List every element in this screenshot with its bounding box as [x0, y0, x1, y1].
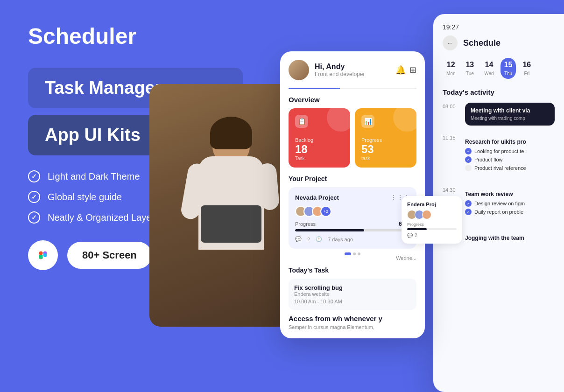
project-footer: 💬 2 🕐 7 days ago [295, 236, 410, 242]
backlog-icon: 📋 [295, 115, 308, 128]
today-task-title: Today's Task [289, 266, 416, 274]
schedule-header: ← Schedule [443, 35, 555, 50]
check-text-r3: Product rival reference [474, 165, 526, 171]
back-button[interactable]: ← [443, 35, 458, 50]
day-label-12: Mon [446, 71, 455, 76]
back-icon: ← [447, 39, 453, 47]
task-manager-label: Task Manager [45, 78, 162, 98]
check-icon-t2: ✓ [465, 209, 472, 215]
project-card-header: Nevada Project ⋮⋮⋮ [295, 194, 410, 201]
check-icon-1 [28, 170, 40, 182]
check-item-1: ✓ Looking for product te [465, 148, 549, 154]
time-1115: 11.15 [443, 134, 460, 178]
notification-icon[interactable]: 🔔 [395, 65, 406, 75]
feature-label-2: Global style guide [48, 192, 122, 203]
project-card: Nevada Project ⋮⋮⋮ +2 Progress 60% 💬 2 🕐… [289, 187, 416, 249]
event-meeting: Meeting with client via Meeting with tra… [465, 103, 555, 126]
dot-active [345, 252, 351, 255]
access-text: Access from wh whenever y [289, 315, 416, 322]
progress-label: Progress [361, 137, 410, 143]
task-project: Endera website [294, 291, 411, 297]
endera-progress-label: Progress [407, 222, 457, 227]
user-avatar [289, 60, 309, 80]
check-item-2: ✓ Product flow [465, 156, 549, 163]
day-label-15: Thu [504, 71, 512, 76]
screen-count-label: 80+ Screen [82, 249, 137, 261]
event-team: Team work review ✓ Design review on figm… [465, 186, 555, 222]
check-item-t1: ✓ Design review on figm [465, 200, 549, 207]
task-manager-card: Hi, Andy Front end developer 🔔 ⊞ Overvie… [280, 51, 425, 338]
menu-icon[interactable]: ⊞ [409, 65, 416, 75]
endera-mini-card: Endera Proj Progress 💬 2 [402, 196, 462, 244]
progress-icon: 📊 [361, 115, 374, 128]
overview-title: Overview [289, 96, 416, 104]
cal-day-15[interactable]: 15 Thu [501, 58, 516, 79]
endera-comment-icon: 💬 [407, 233, 413, 238]
card-circle [327, 108, 350, 132]
day-label-16: Fri [524, 71, 530, 76]
card-circle-2 [393, 108, 416, 132]
wednesday-label: Wedne... [289, 255, 416, 261]
backlog-label: Backlog [295, 137, 344, 143]
clock-icon: 🕐 [316, 236, 322, 242]
event-research: Research for uikits pro ✓ Looking for pr… [465, 134, 555, 178]
check-icon-t1: ✓ [465, 200, 472, 207]
cal-day-16[interactable]: 16 Fri [519, 58, 535, 79]
check-icon-r3 [465, 165, 472, 171]
schedule-time: 19:27 [443, 23, 555, 31]
event-meeting-title: Meeting with client via [471, 107, 549, 114]
progress-fill [295, 229, 364, 231]
app-title: Scheduler [28, 23, 243, 49]
day-label-13: Tue [466, 71, 474, 76]
greeting-section: Hi, Andy Front end developer [315, 63, 365, 77]
app-ui-kits-label: App UI Kits [45, 125, 141, 145]
en-av-3 [422, 210, 431, 219]
time-ago: 7 days ago [328, 237, 353, 242]
greeting-name: Hi, Andy [315, 63, 365, 71]
task-time: 10.00 Am - 10.30 AM [294, 299, 411, 304]
backlog-count: 18 [295, 143, 344, 156]
day-num-14: 14 [485, 61, 494, 69]
schedule-item-2: 11.15 Research for uikits pro ✓ Looking … [443, 134, 555, 178]
event-meeting-sub: Meeting with trading comp [471, 116, 549, 121]
endera-progress-fill [407, 228, 427, 230]
cal-day-13[interactable]: 13 Tue [462, 58, 478, 79]
proj-progress-label: Progress [295, 221, 316, 227]
progress-bar [295, 229, 410, 231]
check-text-r2: Product flow [474, 157, 503, 162]
feature-label-3: Neatly & Organized Layer [48, 212, 155, 223]
day-num-15: 15 [504, 61, 513, 69]
endera-avatars [407, 210, 457, 219]
day-label-14: Wed [484, 71, 494, 76]
progress-card: 📊 Progress 53 task [355, 108, 416, 168]
endera-comment-count: 2 [415, 233, 417, 238]
screen-count-badge: 80+ Screen [67, 242, 152, 269]
event-research-title: Research for uikits pro [465, 139, 549, 145]
check-text-t2: Daily report on proble [474, 209, 523, 215]
day-num-13: 13 [465, 61, 474, 69]
dot-3 [358, 252, 360, 255]
progress-row: Progress 60% [295, 221, 410, 227]
day-num-16: 16 [522, 61, 531, 69]
cal-day-14[interactable]: 14 Wed [480, 58, 497, 79]
progress-unit: task [361, 156, 410, 161]
day-num-12: 12 [447, 61, 455, 69]
event-jogging: Jogging with the team [465, 230, 555, 248]
event-jogging-title: Jogging with the team [465, 235, 549, 241]
your-project-title: Your Project [289, 175, 416, 182]
card-header: Hi, Andy Front end developer 🔔 ⊞ [289, 60, 416, 80]
check-item-3: Product rival reference [465, 165, 549, 171]
check-item-t2: ✓ Daily report on proble [465, 209, 549, 215]
backlog-unit: Task [295, 156, 344, 161]
overview-cards: 📋 Backlog 18 Task 📊 Progress 53 task [289, 108, 416, 168]
header-icons: 🔔 ⊞ [395, 65, 416, 75]
schedule-item-1: 08.00 Meeting with client via Meeting wi… [443, 103, 555, 126]
comment-icon: 💬 [295, 236, 302, 242]
project-avatars: +2 [295, 206, 410, 217]
schedule-title: Schedule [463, 38, 501, 48]
check-icon-r2: ✓ [465, 156, 472, 163]
endera-progress-bar [407, 228, 457, 230]
figma-icon [28, 240, 58, 270]
cal-day-12[interactable]: 12 Mon [443, 58, 459, 79]
check-text-r1: Looking for product te [474, 148, 524, 154]
